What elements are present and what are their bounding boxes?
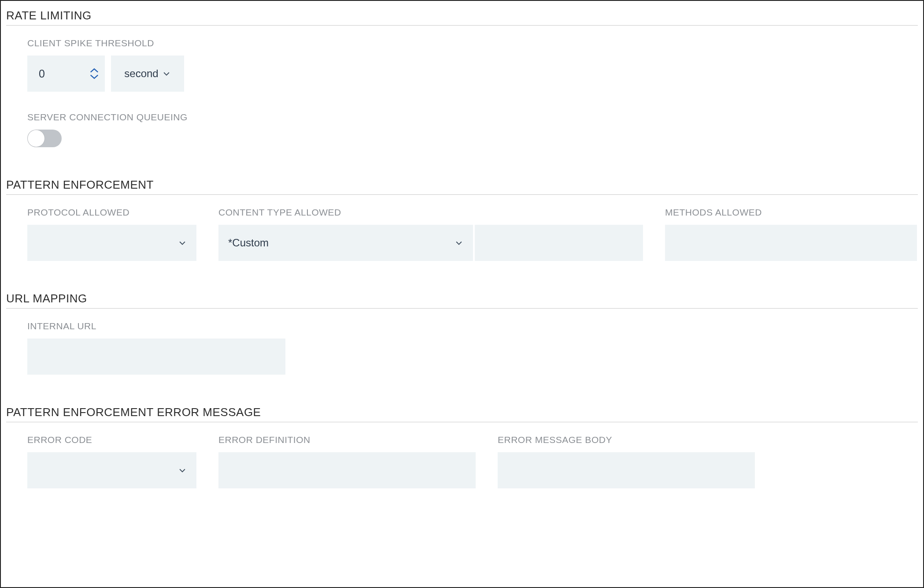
chevron-down-icon [178,466,187,475]
methods-allowed-input[interactable] [665,225,917,261]
pattern-enforcement-row: PROTOCOL ALLOWED CONTENT TYPE ALLOWED *C… [5,207,919,261]
protocol-allowed-field: PROTOCOL ALLOWED [27,207,196,261]
client-spike-field: CLIENT SPIKE THRESHOLD 0 second [5,38,919,92]
content-type-custom-input[interactable] [475,225,643,261]
content-type-field: CONTENT TYPE ALLOWED *Custom [218,207,643,261]
client-spike-stepper[interactable]: 0 [27,56,105,92]
error-definition-field: ERROR DEFINITION [218,435,476,488]
chevron-down-icon[interactable] [89,74,99,80]
error-body-input[interactable] [498,452,755,488]
server-queueing-field: SERVER CONNECTION QUEUEING [5,112,919,147]
client-spike-value: 0 [27,56,84,92]
methods-allowed-label: METHODS ALLOWED [665,207,917,218]
divider [6,308,918,309]
internal-url-label: INTERNAL URL [27,321,919,331]
config-panel: RATE LIMITING CLIENT SPIKE THRESHOLD 0 s… [0,0,924,588]
error-code-select[interactable] [27,452,196,488]
section-title-pattern-enforcement: PATTERN ENFORCEMENT [5,178,919,194]
error-message-row: ERROR CODE ERROR DEFINITION ERROR MESSAG… [5,435,919,488]
server-queueing-toggle[interactable] [27,130,62,147]
client-spike-label: CLIENT SPIKE THRESHOLD [27,38,919,48]
client-spike-controls: 0 second [27,56,919,92]
time-unit-value: second [124,67,158,80]
divider [6,422,918,422]
section-title-url-mapping: URL MAPPING [5,292,919,308]
stepper-arrows [84,56,105,92]
server-queueing-label: SERVER CONNECTION QUEUEING [27,112,919,123]
toggle-knob [28,130,44,147]
error-body-field: ERROR MESSAGE BODY [498,435,755,488]
error-code-label: ERROR CODE [27,435,196,445]
section-title-error-message: PATTERN ENFORCEMENT ERROR MESSAGE [5,406,919,422]
internal-url-input[interactable] [27,339,285,375]
error-code-field: ERROR CODE [27,435,196,488]
internal-url-field: INTERNAL URL [5,321,919,375]
divider [6,194,918,195]
methods-allowed-field: METHODS ALLOWED [665,207,917,261]
time-unit-select[interactable]: second [111,56,184,92]
chevron-down-icon [162,69,171,78]
chevron-down-icon [455,238,463,247]
protocol-allowed-label: PROTOCOL ALLOWED [27,207,196,218]
section-title-rate-limiting: RATE LIMITING [5,9,919,25]
divider [6,25,918,26]
protocol-allowed-select[interactable] [27,225,196,261]
content-type-label: CONTENT TYPE ALLOWED [218,207,643,218]
error-definition-input[interactable] [218,452,476,488]
chevron-up-icon[interactable] [89,67,99,74]
content-type-select[interactable]: *Custom [218,225,473,261]
error-definition-label: ERROR DEFINITION [218,435,476,445]
error-body-label: ERROR MESSAGE BODY [498,435,755,445]
content-type-value: *Custom [228,237,269,249]
chevron-down-icon [178,238,187,247]
